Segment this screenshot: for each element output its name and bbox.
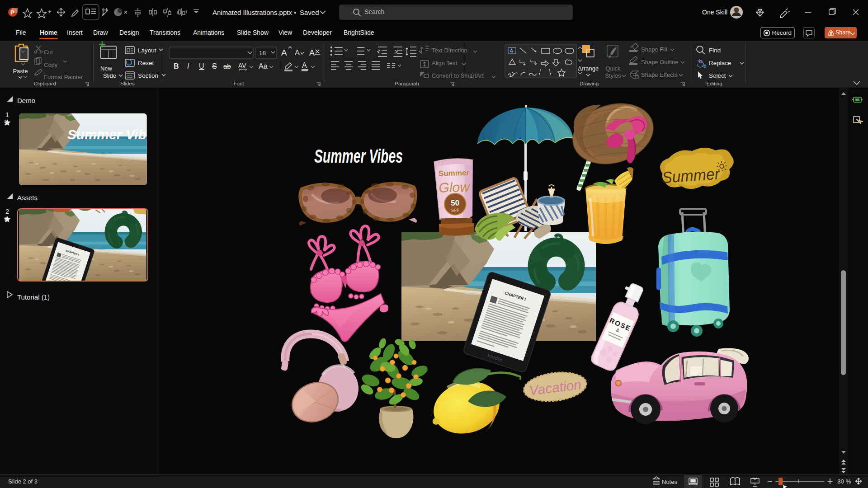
svg-text:ab: ab xyxy=(223,62,231,70)
svg-text:Reset: Reset xyxy=(138,60,154,66)
svg-text:Demo: Demo xyxy=(17,97,35,104)
svg-text:Shape Outline: Shape Outline xyxy=(641,59,678,66)
svg-text:Styles: Styles xyxy=(605,72,621,79)
svg-text:Slide: Slide xyxy=(103,72,116,79)
svg-text:Replace: Replace xyxy=(709,60,731,66)
svg-text:Font: Font xyxy=(233,81,244,86)
svg-text:Summer: Summer xyxy=(439,169,470,178)
svg-text:Editing: Editing xyxy=(706,81,722,86)
svg-text:Tutorial (1): Tutorial (1) xyxy=(17,293,50,301)
svg-text:One Skill: One Skill xyxy=(702,9,727,16)
svg-text:Layout: Layout xyxy=(138,47,156,54)
svg-text:Find: Find xyxy=(709,47,721,54)
svg-text:Select: Select xyxy=(709,72,726,79)
svg-text:Paste: Paste xyxy=(13,68,28,75)
svg-text:Clipboard: Clipboard xyxy=(33,81,56,86)
svg-text:50: 50 xyxy=(451,198,459,207)
svg-text:Saved: Saved xyxy=(300,9,319,16)
svg-text:Format Painter: Format Painter xyxy=(44,74,83,80)
svg-text:New: New xyxy=(100,65,113,72)
svg-text:SPF: SPF xyxy=(451,207,460,213)
svg-text:Convert to SmartArt: Convert to SmartArt xyxy=(432,72,484,79)
svg-text:2: 2 xyxy=(5,207,9,215)
svg-text:18: 18 xyxy=(259,50,266,56)
svg-text:Slides: Slides xyxy=(120,81,135,86)
svg-text:c: c xyxy=(703,63,707,69)
svg-text:Summer Vibes: Summer Vibes xyxy=(67,127,147,142)
svg-text:1: 1 xyxy=(5,111,9,118)
svg-text:P: P xyxy=(10,9,14,16)
svg-text:Section: Section xyxy=(138,72,158,79)
svg-text:A: A xyxy=(510,48,513,53)
svg-text:U: U xyxy=(199,62,204,70)
svg-text:Animated Illustrations.pptx: Animated Illustrations.pptx xyxy=(212,9,292,16)
svg-text:Cut: Cut xyxy=(44,49,53,56)
svg-text:Paragraph: Paragraph xyxy=(395,81,419,86)
svg-text:A: A xyxy=(295,49,300,56)
svg-text:Drawing: Drawing xyxy=(580,81,599,86)
svg-text:Quick: Quick xyxy=(605,65,621,72)
svg-text:A: A xyxy=(309,48,315,57)
svg-text:Copy: Copy xyxy=(44,61,58,68)
svg-text:Glow: Glow xyxy=(439,179,471,195)
svg-text:A: A xyxy=(281,48,287,57)
svg-text:Align Text: Align Text xyxy=(432,60,458,66)
svg-text:Shape Effects: Shape Effects xyxy=(641,71,678,78)
svg-text:Summer Vibes: Summer Vibes xyxy=(314,145,403,167)
svg-text:Shape Fill: Shape Fill xyxy=(641,46,667,53)
svg-text:Text Direction: Text Direction xyxy=(432,47,467,54)
svg-text:B: B xyxy=(174,62,179,70)
svg-text:Notes: Notes xyxy=(662,479,677,485)
svg-text:30 %: 30 % xyxy=(837,478,851,485)
svg-text:Arrange: Arrange xyxy=(578,65,599,72)
svg-text:A: A xyxy=(302,61,307,69)
svg-text:AV: AV xyxy=(238,62,246,69)
svg-text:S: S xyxy=(212,62,217,70)
svg-text:Aa: Aa xyxy=(259,62,268,70)
svg-text:Assets: Assets xyxy=(17,194,38,202)
svg-text:I: I xyxy=(187,62,189,70)
